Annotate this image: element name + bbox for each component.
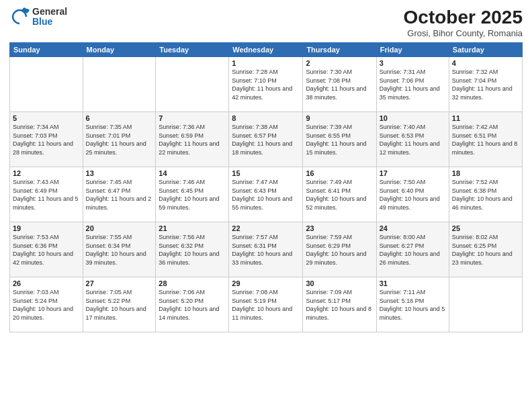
cell-w0-d0 bbox=[10, 57, 83, 112]
day-info: Sunrise: 7:32 AM Sunset: 7:04 PM Dayligh… bbox=[452, 68, 519, 101]
day-number: 28 bbox=[159, 279, 226, 287]
day-number: 27 bbox=[86, 279, 153, 287]
col-monday: Monday bbox=[83, 43, 156, 57]
day-number: 15 bbox=[232, 169, 300, 177]
cell-w3-d1: 20Sunrise: 7:55 AM Sunset: 6:34 PM Dayli… bbox=[83, 222, 156, 277]
day-number: 31 bbox=[380, 279, 446, 287]
day-info: Sunrise: 7:28 AM Sunset: 7:10 PM Dayligh… bbox=[232, 68, 300, 101]
day-number: 26 bbox=[13, 279, 80, 287]
cell-w1-d3: 8Sunrise: 7:38 AM Sunset: 6:57 PM Daylig… bbox=[229, 112, 303, 167]
day-number: 2 bbox=[306, 59, 373, 67]
day-number: 17 bbox=[380, 169, 446, 177]
logo-icon bbox=[9, 7, 30, 27]
logo-blue: Blue bbox=[32, 17, 67, 27]
day-info: Sunrise: 8:00 AM Sunset: 6:27 PM Dayligh… bbox=[380, 233, 446, 267]
cell-w0-d5: 3Sunrise: 7:31 AM Sunset: 7:06 PM Daylig… bbox=[376, 57, 449, 112]
cell-w4-d1: 27Sunrise: 7:05 AM Sunset: 5:22 PM Dayli… bbox=[83, 277, 156, 332]
cell-w0-d6: 4Sunrise: 7:32 AM Sunset: 7:04 PM Daylig… bbox=[449, 57, 522, 112]
logo: General Blue bbox=[9, 7, 67, 28]
week-row-1: 5Sunrise: 7:34 AM Sunset: 7:03 PM Daylig… bbox=[10, 112, 523, 167]
cell-w0-d4: 2Sunrise: 7:30 AM Sunset: 7:08 PM Daylig… bbox=[303, 57, 376, 112]
cell-w2-d3: 15Sunrise: 7:47 AM Sunset: 6:43 PM Dayli… bbox=[229, 167, 303, 222]
day-info: Sunrise: 7:38 AM Sunset: 6:57 PM Dayligh… bbox=[232, 123, 300, 156]
day-number: 21 bbox=[159, 224, 226, 232]
day-number: 25 bbox=[452, 224, 519, 232]
day-info: Sunrise: 7:03 AM Sunset: 5:24 PM Dayligh… bbox=[13, 288, 80, 322]
day-info: Sunrise: 7:09 AM Sunset: 5:17 PM Dayligh… bbox=[306, 288, 373, 322]
week-row-0: 1Sunrise: 7:28 AM Sunset: 7:10 PM Daylig… bbox=[10, 57, 523, 112]
day-number: 8 bbox=[232, 114, 300, 122]
day-info: Sunrise: 7:40 AM Sunset: 6:53 PM Dayligh… bbox=[380, 123, 446, 156]
cell-w2-d2: 14Sunrise: 7:46 AM Sunset: 6:45 PM Dayli… bbox=[156, 167, 229, 222]
day-number: 3 bbox=[380, 59, 446, 67]
month-title: October 2025 bbox=[404, 7, 523, 28]
day-number: 23 bbox=[306, 224, 373, 232]
col-thursday: Thursday bbox=[303, 43, 376, 57]
day-info: Sunrise: 7:57 AM Sunset: 6:31 PM Dayligh… bbox=[232, 233, 300, 267]
col-friday: Friday bbox=[376, 43, 449, 57]
day-number: 6 bbox=[86, 114, 153, 122]
day-info: Sunrise: 7:36 AM Sunset: 6:59 PM Dayligh… bbox=[159, 123, 226, 156]
cell-w1-d1: 6Sunrise: 7:35 AM Sunset: 7:01 PM Daylig… bbox=[83, 112, 156, 167]
col-sunday: Sunday bbox=[10, 43, 83, 57]
cell-w1-d6: 11Sunrise: 7:42 AM Sunset: 6:51 PM Dayli… bbox=[449, 112, 522, 167]
day-number: 10 bbox=[380, 114, 446, 122]
cell-w3-d2: 21Sunrise: 7:56 AM Sunset: 6:32 PM Dayli… bbox=[156, 222, 229, 277]
logo-general: General bbox=[32, 7, 67, 17]
day-info: Sunrise: 7:39 AM Sunset: 6:55 PM Dayligh… bbox=[306, 123, 373, 156]
cell-w1-d5: 10Sunrise: 7:40 AM Sunset: 6:53 PM Dayli… bbox=[376, 112, 449, 167]
cell-w4-d3: 29Sunrise: 7:08 AM Sunset: 5:19 PM Dayli… bbox=[229, 277, 303, 332]
cell-w4-d2: 28Sunrise: 7:06 AM Sunset: 5:20 PM Dayli… bbox=[156, 277, 229, 332]
day-info: Sunrise: 7:43 AM Sunset: 6:49 PM Dayligh… bbox=[13, 178, 80, 212]
day-info: Sunrise: 7:06 AM Sunset: 5:20 PM Dayligh… bbox=[159, 288, 226, 322]
cell-w2-d1: 13Sunrise: 7:45 AM Sunset: 6:47 PM Dayli… bbox=[83, 167, 156, 222]
cell-w3-d5: 24Sunrise: 8:00 AM Sunset: 6:27 PM Dayli… bbox=[376, 222, 449, 277]
day-info: Sunrise: 7:05 AM Sunset: 5:22 PM Dayligh… bbox=[86, 288, 153, 322]
day-number: 4 bbox=[452, 59, 519, 67]
header: General Blue October 2025 Grosi, Bihor C… bbox=[9, 7, 523, 38]
location-subtitle: Grosi, Bihor County, Romania bbox=[404, 28, 523, 38]
cell-w4-d6 bbox=[449, 277, 522, 332]
day-info: Sunrise: 7:42 AM Sunset: 6:51 PM Dayligh… bbox=[452, 123, 519, 156]
cell-w0-d3: 1Sunrise: 7:28 AM Sunset: 7:10 PM Daylig… bbox=[229, 57, 303, 112]
day-number: 12 bbox=[13, 169, 80, 177]
day-number: 24 bbox=[380, 224, 446, 232]
svg-marker-0 bbox=[21, 7, 30, 13]
day-number: 29 bbox=[232, 279, 300, 287]
day-number: 16 bbox=[306, 169, 373, 177]
cell-w1-d4: 9Sunrise: 7:39 AM Sunset: 6:55 PM Daylig… bbox=[303, 112, 376, 167]
day-info: Sunrise: 7:31 AM Sunset: 7:06 PM Dayligh… bbox=[380, 68, 446, 101]
day-info: Sunrise: 7:56 AM Sunset: 6:32 PM Dayligh… bbox=[159, 233, 226, 267]
day-number: 19 bbox=[13, 224, 80, 232]
cell-w2-d6: 18Sunrise: 7:52 AM Sunset: 6:38 PM Dayli… bbox=[449, 167, 522, 222]
cell-w1-d2: 7Sunrise: 7:36 AM Sunset: 6:59 PM Daylig… bbox=[156, 112, 229, 167]
day-info: Sunrise: 7:35 AM Sunset: 7:01 PM Dayligh… bbox=[86, 123, 153, 156]
title-section: October 2025 Grosi, Bihor County, Romani… bbox=[404, 7, 523, 38]
cell-w1-d0: 5Sunrise: 7:34 AM Sunset: 7:03 PM Daylig… bbox=[10, 112, 83, 167]
day-info: Sunrise: 7:55 AM Sunset: 6:34 PM Dayligh… bbox=[86, 233, 153, 267]
cell-w3-d3: 22Sunrise: 7:57 AM Sunset: 6:31 PM Dayli… bbox=[229, 222, 303, 277]
day-info: Sunrise: 7:34 AM Sunset: 7:03 PM Dayligh… bbox=[13, 123, 80, 156]
day-info: Sunrise: 7:30 AM Sunset: 7:08 PM Dayligh… bbox=[306, 68, 373, 101]
calendar-body: 1Sunrise: 7:28 AM Sunset: 7:10 PM Daylig… bbox=[10, 57, 523, 332]
day-info: Sunrise: 8:02 AM Sunset: 6:25 PM Dayligh… bbox=[452, 233, 519, 267]
calendar-table: Sunday Monday Tuesday Wednesday Thursday… bbox=[9, 42, 523, 332]
day-info: Sunrise: 7:11 AM Sunset: 5:16 PM Dayligh… bbox=[380, 288, 446, 322]
day-info: Sunrise: 7:59 AM Sunset: 6:29 PM Dayligh… bbox=[306, 233, 373, 267]
day-number: 14 bbox=[159, 169, 226, 177]
day-info: Sunrise: 7:08 AM Sunset: 5:19 PM Dayligh… bbox=[232, 288, 300, 322]
col-tuesday: Tuesday bbox=[156, 43, 229, 57]
day-number: 18 bbox=[452, 169, 519, 177]
cell-w0-d2 bbox=[156, 57, 229, 112]
day-info: Sunrise: 7:49 AM Sunset: 6:41 PM Dayligh… bbox=[306, 178, 373, 212]
day-number: 20 bbox=[86, 224, 153, 232]
cell-w3-d4: 23Sunrise: 7:59 AM Sunset: 6:29 PM Dayli… bbox=[303, 222, 376, 277]
cell-w0-d1 bbox=[83, 57, 156, 112]
week-row-3: 19Sunrise: 7:53 AM Sunset: 6:36 PM Dayli… bbox=[10, 222, 523, 277]
day-number: 22 bbox=[232, 224, 300, 232]
cell-w2-d5: 17Sunrise: 7:50 AM Sunset: 6:40 PM Dayli… bbox=[376, 167, 449, 222]
day-info: Sunrise: 7:46 AM Sunset: 6:45 PM Dayligh… bbox=[159, 178, 226, 212]
logo-text: General Blue bbox=[32, 7, 67, 28]
day-info: Sunrise: 7:50 AM Sunset: 6:40 PM Dayligh… bbox=[380, 178, 446, 212]
day-info: Sunrise: 7:47 AM Sunset: 6:43 PM Dayligh… bbox=[232, 178, 300, 212]
